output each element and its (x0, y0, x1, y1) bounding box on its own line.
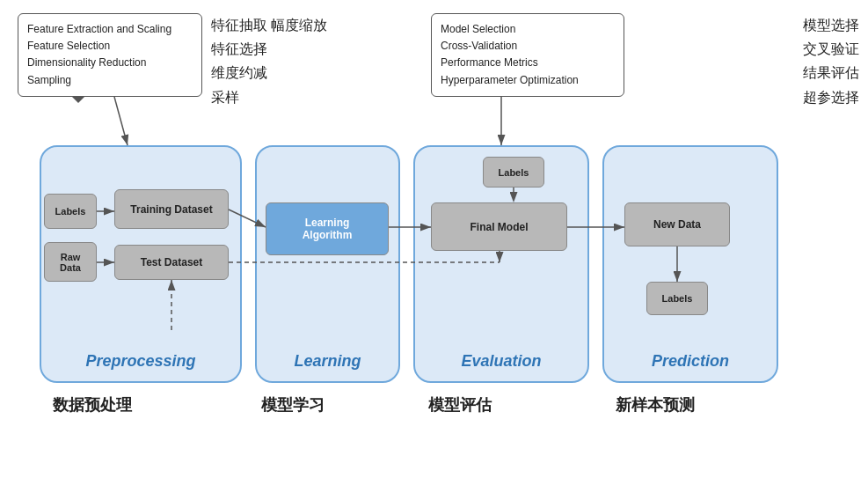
box-labels-left: Labels (44, 194, 97, 229)
stage-learning: Learning (255, 145, 400, 383)
callout-right-english: Model Selection Cross-Validation Perform… (431, 13, 624, 97)
callout-right-text: Model Selection Cross-Validation Perform… (441, 23, 579, 86)
stage-preprocessing-label: Preprocessing (41, 352, 240, 371)
callout-right-chinese: 模型选择 交叉验证 结果评估 超参选择 (803, 13, 859, 109)
chinese-evaluation: 模型评估 (428, 394, 492, 415)
chinese-prediction: 新样本预测 (616, 394, 695, 415)
box-labels-eval: Labels (483, 157, 544, 188)
box-test-dataset: Test Dataset (114, 245, 229, 280)
box-labels-pred: Labels (646, 282, 708, 315)
diagram-container: Feature Extraction and Scaling Feature S… (0, 0, 868, 478)
chinese-learning: 模型学习 (261, 394, 325, 415)
stage-learning-label: Learning (257, 352, 398, 371)
chinese-preprocessing: 数据预处理 (53, 394, 132, 415)
stage-prediction: Prediction (602, 145, 778, 383)
callout-left-text: Feature Extraction and Scaling Feature S… (27, 23, 171, 86)
callout-left-chinese: 特征抽取 幅度缩放 特征选择 维度约减 采样 (211, 13, 327, 109)
svg-line-13 (114, 97, 128, 145)
box-new-data: New Data (624, 202, 730, 246)
box-learning-algorithm: LearningAlgorithm (266, 202, 389, 255)
stage-prediction-label: Prediction (604, 352, 777, 371)
stage-evaluation-label: Evaluation (415, 352, 587, 371)
callout-left-english: Feature Extraction and Scaling Feature S… (18, 13, 202, 97)
box-raw-data: RawData (44, 242, 97, 282)
box-final-model: Final Model (431, 202, 567, 251)
box-training-dataset: Training Dataset (114, 189, 229, 229)
